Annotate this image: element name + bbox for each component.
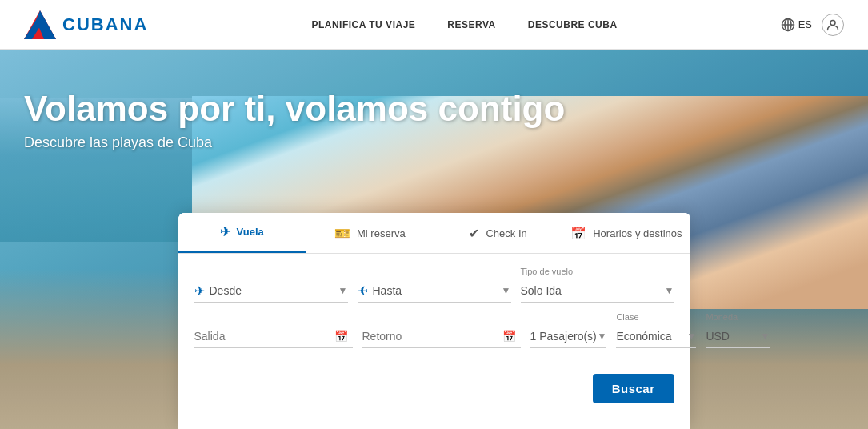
nav-reserva[interactable]: RESERVA — [447, 19, 495, 30]
lang-text: ES — [798, 18, 812, 30]
checkin-icon: ✔ — [469, 226, 479, 241]
clase-chevron-icon: ▼ — [687, 331, 697, 342]
tab-reserva-label: Mi reserva — [357, 227, 406, 239]
logo-area: CUBANA — [24, 10, 148, 39]
tipo-vuelo-chevron-icon: ▼ — [665, 285, 674, 296]
clase-group: Clase Económica ▼ — [616, 312, 696, 348]
user-icon[interactable] — [822, 14, 844, 36]
salida-input[interactable] — [194, 328, 334, 344]
tab-horarios[interactable]: 📅 Horarios y destinos — [562, 213, 690, 253]
moneda-select[interactable]: USD — [706, 328, 760, 344]
nav-planifica[interactable]: PLANIFICA TU VIAJE — [311, 19, 415, 30]
tipo-vuelo-select[interactable]: Solo Ida — [521, 283, 665, 299]
user-svg — [826, 18, 839, 31]
logo-text: CUBANA — [62, 14, 148, 35]
clase-select[interactable]: Económica — [616, 328, 686, 344]
pasajeros-group: 1 Pasajero(s) ▼ — [530, 325, 607, 348]
svg-point-7 — [830, 20, 835, 25]
header-right: ES — [781, 14, 844, 36]
details-row: 📅 📅 1 Pasajero(s) ▼ — [194, 312, 674, 348]
tab-check-in[interactable]: ✔ Check In — [434, 213, 562, 253]
hero-subtitle: Descubre las playas de Cuba — [24, 134, 565, 151]
moneda-group: Moneda USD ▼ — [706, 312, 770, 348]
flight-icon: ✈ — [220, 224, 230, 239]
globe-icon — [781, 18, 795, 32]
hasta-group: ✈ Hasta ▼ — [358, 279, 511, 303]
calendar-salida-icon: 📅 — [334, 330, 348, 343]
departure-icon: ✈ — [194, 283, 205, 299]
pasajeros-wrapper: 1 Pasajero(s) ▼ — [530, 325, 607, 348]
tab-horarios-label: Horarios y destinos — [593, 227, 682, 239]
header: CUBANA PLANIFICA TU VIAJE RESERVA DESCUB… — [0, 0, 868, 50]
clase-wrapper: Económica ▼ — [616, 325, 696, 348]
retorno-wrapper: 📅 — [362, 325, 521, 348]
tab-vuela-label: Vuela — [237, 226, 264, 238]
hero-section: Volamos por ti, volamos contigo Descubre… — [0, 50, 868, 429]
tipo-vuelo-group: Tipo de vuelo Solo Ida ▼ — [521, 267, 674, 303]
lang-selector[interactable]: ES — [781, 18, 812, 32]
nav-descubre[interactable]: DESCUBRE CUBA — [528, 19, 618, 30]
hero-title: Volamos por ti, volamos contigo — [24, 90, 565, 128]
moneda-chevron-icon: ▼ — [761, 331, 770, 342]
widget-tabs: ✈ Vuela 🎫 Mi reserva ✔ Check In 📅 Horari… — [178, 213, 690, 254]
moneda-wrapper: USD ▼ — [706, 325, 770, 348]
search-widget: ✈ Vuela 🎫 Mi reserva ✔ Check In 📅 Horari… — [178, 213, 690, 429]
pasajeros-chevron-icon: ▼ — [598, 331, 607, 342]
tipo-vuelo-label: Tipo de vuelo — [521, 267, 674, 276]
hasta-wrapper: ✈ Hasta ▼ — [358, 279, 511, 303]
hasta-select[interactable]: Hasta — [373, 283, 502, 299]
tab-checkin-label: Check In — [486, 227, 526, 239]
retorno-input[interactable] — [362, 328, 502, 344]
arrival-icon: ✈ — [358, 283, 368, 299]
search-form: ✈ Desde ▼ ✈ Hasta ▼ — [178, 254, 690, 371]
hero-text: Volamos por ti, volamos contigo Descubre… — [24, 90, 565, 151]
hasta-chevron-icon: ▼ — [502, 285, 511, 296]
buscar-button[interactable]: Buscar — [593, 374, 674, 403]
tipo-vuelo-wrapper: Solo Ida ▼ — [521, 279, 674, 303]
clase-label: Clase — [616, 312, 696, 322]
pasajeros-select[interactable]: 1 Pasajero(s) — [530, 328, 598, 344]
tab-mi-reserva[interactable]: 🎫 Mi reserva — [306, 213, 434, 253]
main-nav: PLANIFICA TU VIAJE RESERVA DESCUBRE CUBA — [311, 19, 617, 30]
desde-chevron-icon: ▼ — [338, 285, 348, 296]
desde-wrapper: ✈ Desde ▼ — [194, 279, 348, 303]
moneda-label: Moneda — [706, 312, 770, 322]
desde-select[interactable]: Desde — [210, 283, 338, 299]
bottom-row: Buscar — [178, 371, 690, 429]
retorno-group: 📅 — [362, 325, 521, 348]
tab-vuela[interactable]: ✈ Vuela — [178, 213, 306, 253]
salida-wrapper: 📅 — [194, 325, 353, 348]
logo-icon — [24, 10, 56, 39]
route-row: ✈ Desde ▼ ✈ Hasta ▼ — [194, 267, 674, 303]
salida-group: 📅 — [194, 325, 353, 348]
schedule-icon: 📅 — [570, 226, 586, 241]
reservation-icon: 🎫 — [334, 226, 350, 241]
desde-group: ✈ Desde ▼ — [194, 279, 348, 303]
calendar-retorno-icon: 📅 — [502, 330, 516, 343]
